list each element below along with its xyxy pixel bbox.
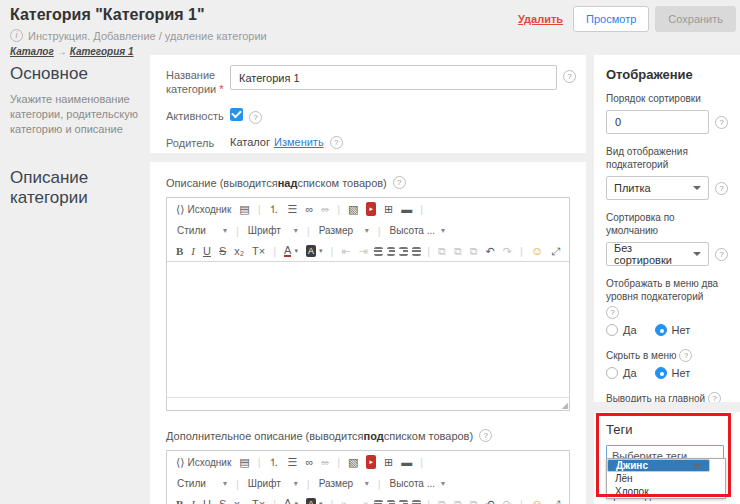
- tag-option[interactable]: Лён: [607, 472, 725, 485]
- align-left-icon[interactable]: [374, 500, 383, 504]
- description-editor-textarea[interactable]: [167, 261, 569, 397]
- unlink-icon[interactable]: ∞: [318, 202, 332, 216]
- unlink-icon[interactable]: ∞: [318, 455, 332, 469]
- help-icon[interactable]: [715, 182, 728, 195]
- help-icon[interactable]: [679, 349, 692, 362]
- resize-handle-icon[interactable]: ◢: [562, 401, 568, 410]
- align-left-icon[interactable]: [374, 247, 383, 256]
- toolbar-dropdown[interactable]: Размер: [315, 476, 373, 491]
- hide-in-menu-radio-yes[interactable]: Да: [606, 367, 637, 379]
- align-right-icon[interactable]: [399, 500, 408, 504]
- image-icon[interactable]: ▧: [345, 202, 361, 216]
- tag-option[interactable]: Хлопок: [607, 485, 725, 498]
- help-icon[interactable]: [393, 176, 406, 189]
- paste-icon[interactable]: ⧉: [435, 497, 449, 504]
- maximize-icon[interactable]: ⤢: [548, 244, 563, 258]
- hide-in-menu-radio-no[interactable]: Нет: [655, 367, 691, 379]
- subcat-view-select[interactable]: Плитка: [606, 176, 709, 200]
- help-icon[interactable]: [563, 70, 576, 83]
- hr-icon[interactable]: ▬: [398, 202, 415, 216]
- change-parent-link[interactable]: Изменить: [274, 136, 324, 148]
- indent-increase-icon[interactable]: ⇥: [356, 497, 371, 504]
- source-icon[interactable]: ⟨⟩Исходник: [173, 455, 234, 469]
- video-icon[interactable]: ▸: [363, 201, 379, 217]
- smiley-icon[interactable]: ☺: [528, 244, 546, 258]
- paste-word-icon[interactable]: ⧉: [467, 244, 481, 258]
- bulleted-list-icon[interactable]: ☰: [285, 202, 301, 216]
- image-icon[interactable]: ▧: [345, 455, 361, 469]
- hr-icon[interactable]: ▬: [398, 455, 415, 469]
- italic-icon[interactable]: I: [188, 497, 198, 504]
- indent-decrease-icon[interactable]: ⇤: [338, 497, 353, 504]
- text-color-icon[interactable]: A: [281, 497, 301, 504]
- toolbar-dropdown[interactable]: Высота ...: [386, 223, 449, 238]
- strikethrough-icon[interactable]: S: [216, 497, 229, 504]
- redo-icon[interactable]: ↷: [500, 244, 515, 258]
- toolbar-dropdown[interactable]: Размер: [315, 223, 373, 238]
- indent-decrease-icon[interactable]: ⇤: [338, 244, 353, 258]
- redo-icon[interactable]: ↷: [500, 497, 515, 504]
- help-icon[interactable]: [249, 111, 262, 124]
- delete-link[interactable]: Удалить: [518, 13, 563, 25]
- toolbar-dropdown[interactable]: Шрифт: [244, 476, 302, 491]
- indent-increase-icon[interactable]: ⇥: [356, 244, 371, 258]
- breadcrumb-current-link[interactable]: Категория 1: [70, 46, 134, 57]
- toolbar-dropdown[interactable]: Стили: [173, 476, 231, 491]
- active-checkbox[interactable]: [230, 108, 243, 121]
- undo-icon[interactable]: ↶: [483, 497, 498, 504]
- bulleted-list-icon[interactable]: ☰: [285, 455, 301, 469]
- tag-option[interactable]: Джинс: [607, 459, 710, 472]
- remove-format-icon[interactable]: T×: [249, 497, 268, 504]
- bold-icon[interactable]: B: [173, 497, 186, 504]
- breadcrumb-catalog-link[interactable]: Каталог: [10, 46, 54, 57]
- align-center-icon[interactable]: [387, 247, 396, 256]
- align-center-icon[interactable]: [387, 500, 396, 504]
- smiley-icon[interactable]: ☺: [528, 497, 546, 504]
- paste-text-icon[interactable]: ⧉: [451, 497, 465, 504]
- text-color-icon[interactable]: A: [281, 244, 301, 258]
- numbered-list-icon[interactable]: ⒈: [266, 455, 283, 469]
- subscript-icon[interactable]: x₂: [231, 497, 247, 504]
- strikethrough-icon[interactable]: S: [216, 244, 229, 258]
- two-levels-radio-no[interactable]: Нет: [655, 324, 691, 336]
- align-justify-icon[interactable]: [412, 247, 421, 256]
- paste-icon[interactable]: ⧉: [435, 244, 449, 258]
- table-icon[interactable]: ⊞: [381, 202, 396, 216]
- bold-icon[interactable]: B: [173, 244, 186, 258]
- remove-format-icon[interactable]: T×: [249, 244, 268, 258]
- undo-icon[interactable]: ↶: [483, 244, 498, 258]
- maximize-icon[interactable]: ⤢: [548, 497, 563, 504]
- paste-text-icon[interactable]: ⧉: [451, 244, 465, 258]
- help-icon[interactable]: [708, 392, 721, 402]
- help-icon[interactable]: [330, 136, 343, 149]
- link-icon[interactable]: ∞: [302, 455, 316, 469]
- table-icon[interactable]: ⊞: [381, 455, 396, 469]
- templates-icon[interactable]: ▤: [236, 202, 252, 216]
- sort-order-input[interactable]: [606, 110, 709, 134]
- save-button[interactable]: Сохранить: [655, 6, 736, 32]
- toolbar-dropdown[interactable]: Шрифт: [244, 223, 302, 238]
- numbered-list-icon[interactable]: ⒈: [266, 202, 283, 216]
- subscript-icon[interactable]: x₂: [231, 244, 247, 258]
- help-icon[interactable]: [715, 248, 728, 261]
- toolbar-dropdown[interactable]: Стили: [173, 223, 231, 238]
- align-right-icon[interactable]: [399, 247, 408, 256]
- preview-button[interactable]: Просмотр: [573, 6, 649, 32]
- templates-icon[interactable]: ▤: [236, 455, 252, 469]
- video-icon[interactable]: ▸: [363, 454, 379, 470]
- align-justify-icon[interactable]: [412, 500, 421, 504]
- toolbar-dropdown[interactable]: Высота ...: [386, 476, 449, 491]
- two-levels-radio-yes[interactable]: Да: [606, 324, 637, 336]
- link-icon[interactable]: ∞: [302, 202, 316, 216]
- bg-color-icon[interactable]: A: [303, 244, 326, 258]
- italic-icon[interactable]: I: [188, 244, 198, 258]
- help-icon[interactable]: [479, 429, 492, 442]
- source-icon[interactable]: ⟨⟩Исходник: [173, 202, 234, 216]
- help-icon[interactable]: [715, 116, 728, 129]
- underline-icon[interactable]: U: [200, 497, 214, 504]
- help-icon[interactable]: [606, 306, 619, 319]
- paste-word-icon[interactable]: ⧉: [467, 497, 481, 504]
- default-sort-select[interactable]: Без сортировки: [606, 242, 709, 266]
- category-name-input[interactable]: [230, 65, 557, 90]
- bg-color-icon[interactable]: A: [303, 497, 326, 504]
